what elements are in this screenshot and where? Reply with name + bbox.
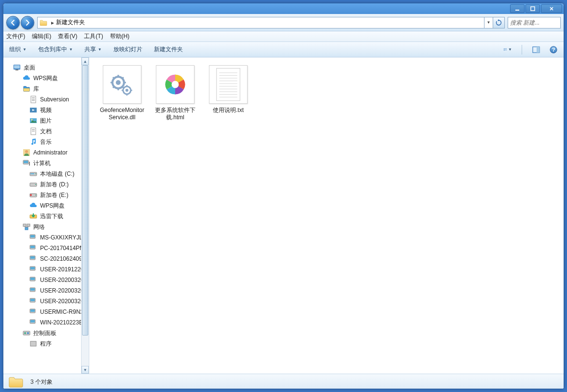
svg-rect-51 bbox=[30, 278, 35, 280]
forward-button[interactable] bbox=[21, 16, 34, 29]
share-button[interactable]: 共享▼ bbox=[84, 45, 102, 54]
pc-icon bbox=[29, 297, 37, 305]
svg-rect-16 bbox=[32, 98, 35, 98]
sidebar-network[interactable]: 网络 bbox=[3, 222, 89, 232]
breadcrumb-current: 新建文件夹 bbox=[56, 18, 85, 27]
scroll-thumb[interactable] bbox=[82, 65, 88, 336]
pc-icon bbox=[29, 266, 37, 273]
sidebar-admin[interactable]: Administrator bbox=[3, 147, 89, 158]
svg-rect-18 bbox=[32, 100, 35, 101]
menu-edit[interactable]: 编辑(E) bbox=[32, 32, 51, 41]
scroll-up-button[interactable]: ▲ bbox=[82, 57, 89, 65]
cloud-icon bbox=[23, 74, 30, 82]
svg-rect-3 bbox=[504, 48, 505, 49]
menu-tools[interactable]: 工具(T) bbox=[84, 32, 103, 41]
pc-icon bbox=[29, 244, 37, 252]
sidebar-pc[interactable]: MS-GXKIXRYJLV bbox=[3, 232, 89, 243]
sidebar-pc[interactable]: SC-20210624091 bbox=[3, 253, 89, 264]
sidebar-control-panel[interactable]: 控制面板 bbox=[3, 328, 89, 338]
file-item[interactable]: GeofenceMonitorService.dll bbox=[99, 65, 145, 121]
sidebar-library[interactable]: 库 bbox=[3, 84, 89, 94]
sidebar-desktop[interactable]: 桌面 bbox=[3, 62, 89, 73]
sidebar-pc[interactable]: USER-20191220I bbox=[3, 264, 89, 275]
menubar: 文件(F) 编辑(E) 查看(V) 工具(T) 帮助(H) bbox=[3, 31, 564, 42]
menu-view[interactable]: 查看(V) bbox=[58, 32, 77, 41]
sidebar-computer[interactable]: 计算机 bbox=[3, 158, 89, 168]
organize-button[interactable]: 组织▼ bbox=[9, 45, 27, 54]
svg-rect-39 bbox=[23, 224, 26, 226]
sidebar-drive-d[interactable]: 新加卷 (D:) bbox=[3, 179, 89, 190]
close-button[interactable] bbox=[541, 4, 562, 13]
pc-icon bbox=[29, 276, 37, 284]
preview-pane-button[interactable] bbox=[532, 45, 540, 54]
maximize-button[interactable] bbox=[526, 4, 540, 13]
sidebar-pc[interactable]: USER-20200320. bbox=[3, 275, 89, 285]
svg-point-62 bbox=[27, 332, 29, 334]
svg-rect-55 bbox=[30, 299, 35, 301]
programs-icon bbox=[29, 340, 37, 348]
sidebar-pc[interactable]: WIN-20210223E bbox=[3, 317, 89, 328]
slideshow-button[interactable]: 放映幻灯片 bbox=[113, 45, 142, 54]
sidebar-wps[interactable]: WPS网盘 bbox=[3, 73, 89, 84]
sidebar-pc[interactable]: USERMIC-R9N29 bbox=[3, 307, 89, 317]
include-library-button[interactable]: 包含到库中▼ bbox=[38, 45, 73, 54]
drive-icon bbox=[29, 170, 37, 178]
sidebar-pictures[interactable]: 图片 bbox=[3, 115, 89, 126]
sidebar: 桌面 WPS网盘 库 Subversion 视频 图片 文档 音乐 Admini… bbox=[3, 57, 89, 374]
sidebar-pc[interactable]: USER-20200320I bbox=[3, 285, 89, 296]
sidebar-programs[interactable]: 程序 bbox=[3, 338, 89, 349]
scroll-down-button[interactable]: ▼ bbox=[82, 366, 89, 374]
pictures-icon bbox=[29, 117, 37, 125]
help-button[interactable]: ? bbox=[549, 45, 558, 54]
file-item[interactable]: 更多系统软件下载.html bbox=[152, 65, 198, 121]
svg-point-21 bbox=[31, 119, 33, 121]
folder-icon bbox=[8, 376, 24, 388]
svg-rect-43 bbox=[30, 235, 35, 238]
vertical-scrollbar[interactable]: ▲ ▼ bbox=[81, 57, 89, 374]
file-item[interactable]: 使用说明.txt bbox=[205, 65, 251, 114]
menu-help[interactable]: 帮助(H) bbox=[110, 32, 130, 41]
view-options-button[interactable]: ▼ bbox=[503, 45, 512, 54]
drive-icon bbox=[29, 191, 37, 199]
address-dropdown[interactable]: ▼ bbox=[484, 17, 493, 28]
svg-point-36 bbox=[30, 194, 32, 196]
sidebar-music[interactable]: 音乐 bbox=[3, 137, 89, 147]
computer-icon bbox=[23, 159, 30, 167]
svg-rect-69 bbox=[217, 68, 240, 100]
new-folder-button[interactable]: 新建文件夹 bbox=[154, 45, 183, 54]
video-icon bbox=[29, 106, 37, 114]
menu-file[interactable]: 文件(F) bbox=[6, 32, 25, 41]
library-icon bbox=[23, 85, 30, 93]
sidebar-xunlei[interactable]: 迅雷下载 bbox=[3, 211, 89, 222]
cloud-icon bbox=[29, 202, 37, 210]
svg-point-67 bbox=[125, 89, 128, 92]
folder-icon bbox=[40, 19, 47, 26]
txt-file-icon bbox=[209, 65, 248, 104]
svg-point-32 bbox=[35, 173, 36, 174]
back-button[interactable] bbox=[6, 16, 20, 29]
sidebar-drive-e[interactable]: 新加卷 (E:) bbox=[3, 190, 89, 200]
drive-icon bbox=[29, 181, 37, 188]
explorer-window: ▸ 新建文件夹 ▼ 文件(F) 编辑(E) 查看(V) 工具(T) 帮助(H) … bbox=[3, 3, 564, 389]
svg-rect-49 bbox=[30, 267, 35, 269]
sidebar-wps2[interactable]: WPS网盘 bbox=[3, 200, 89, 211]
control-panel-icon bbox=[23, 329, 30, 337]
search-box[interactable] bbox=[508, 17, 561, 28]
sidebar-subversion[interactable]: Subversion bbox=[3, 94, 89, 105]
file-pane[interactable]: GeofenceMonitorService.dll 更多系统软件下载.html… bbox=[89, 57, 564, 374]
sidebar-pc[interactable]: PC-20170414PM bbox=[3, 243, 89, 253]
search-input[interactable] bbox=[510, 19, 564, 26]
sidebar-drive-c[interactable]: 本地磁盘 (C:) bbox=[3, 168, 89, 179]
minimize-button[interactable] bbox=[510, 4, 525, 13]
address-bar[interactable]: ▸ 新建文件夹 bbox=[37, 17, 484, 28]
svg-rect-12 bbox=[14, 65, 20, 69]
svg-point-68 bbox=[172, 81, 179, 88]
svg-rect-53 bbox=[30, 288, 35, 291]
file-label: GeofenceMonitorService.dll bbox=[99, 107, 145, 121]
sidebar-video[interactable]: 视频 bbox=[3, 105, 89, 115]
sidebar-documents[interactable]: 文档 bbox=[3, 126, 89, 137]
svg-point-37 bbox=[35, 195, 36, 196]
address-row: ▸ 新建文件夹 ▼ bbox=[3, 14, 564, 31]
refresh-button[interactable] bbox=[493, 17, 505, 28]
sidebar-pc[interactable]: USER-20200326Y bbox=[3, 296, 89, 307]
